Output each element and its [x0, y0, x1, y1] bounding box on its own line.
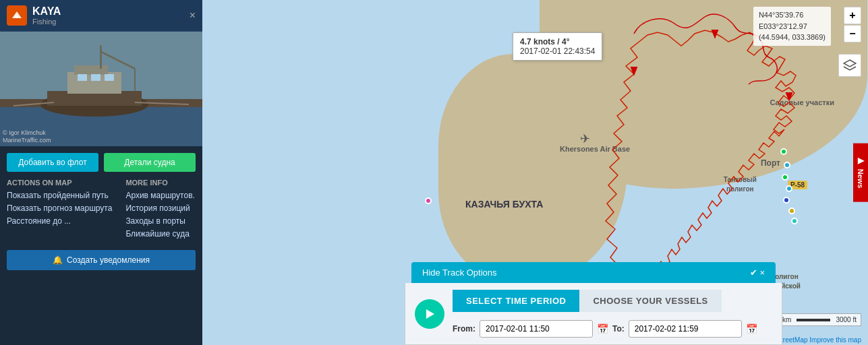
header-title-group: KAYA Fishing — [7, 5, 61, 26]
tab-and-period: SELECT TIME PERIOD CHOOSE YOUR VESSELS F… — [453, 290, 772, 338]
more-info-col: MORE INFO Архив маршрутов. История позиц… — [125, 179, 194, 242]
airport-icon: ✈ — [580, 131, 590, 146]
vessel-dot-yellow — [788, 208, 795, 214]
svg-rect-0 — [16, 15, 18, 18]
coordinates-display: N44°35'39.76 E033°23'12.97 (44.5944, 033… — [753, 7, 831, 46]
actions-on-map-col: ACTIONS ON MAP Показать пройденный путь … — [7, 179, 112, 242]
map[interactable]: ✈ Khersones Air Base КАЗАЧЬЯ БУХТА Порт … — [202, 0, 868, 345]
map-layers-button[interactable] — [838, 54, 861, 77]
action-buttons: Добавить во флот Детали судна — [0, 146, 202, 179]
svg-marker-20 — [426, 309, 434, 319]
play-button[interactable] — [415, 299, 444, 329]
svg-rect-10 — [105, 74, 114, 81]
from-date-input[interactable] — [480, 320, 593, 338]
zoom-controls: + − — [844, 7, 861, 42]
to-date-input[interactable] — [629, 320, 742, 338]
select-time-period-tab[interactable]: SELECT TIME PERIOD — [453, 290, 579, 312]
title-text: KAYA Fishing — [32, 5, 61, 26]
choose-vessels-tab[interactable]: CHOOSE YOUR VESSELS — [579, 290, 721, 312]
to-calendar-icon[interactable]: 📅 — [746, 323, 757, 334]
port-calls-link[interactable]: Заходы в порты — [125, 216, 194, 226]
show-forecast-link[interactable]: Показать прогноз маршрута — [7, 203, 112, 213]
ship-type: Fishing — [32, 18, 61, 26]
vessel-dot-navy — [783, 197, 790, 203]
actions-section: ACTIONS ON MAP Показать пройденный путь … — [0, 179, 202, 247]
map-tooltip: 4.7 knots / 4° 2017-02-01 22:43:54 — [513, 32, 602, 61]
tooltip-speed: 4.7 knots / 4° — [520, 37, 595, 46]
bottom-panel: Hide Track Options ✔ × SELECT TIME PERIO… — [405, 262, 782, 345]
distance-link[interactable]: Расстояние до ... — [7, 216, 112, 226]
track-options-panel: SELECT TIME PERIOD CHOOSE YOUR VESSELS F… — [405, 283, 782, 345]
checkmark-icon: ✔ × — [750, 268, 765, 278]
vessel-dot-green2 — [782, 174, 788, 181]
to-label: To: — [612, 324, 625, 334]
svg-rect-8 — [78, 74, 87, 81]
add-to-fleet-button[interactable]: Добавить во флот — [7, 153, 98, 172]
ship-icon — [7, 5, 27, 26]
tab-buttons: SELECT TIME PERIOD CHOOSE YOUR VESSELS — [453, 290, 772, 312]
from-label: From: — [453, 324, 475, 334]
close-button[interactable]: × — [190, 9, 196, 22]
zoom-in-button[interactable]: + — [844, 7, 861, 24]
zoom-out-button[interactable]: − — [844, 25, 861, 42]
ship-details-button[interactable]: Детали судна — [104, 153, 196, 172]
image-credit: © Igor Klimchuk MarineTraffic.com — [3, 129, 51, 145]
position-history-link[interactable]: История позиций — [125, 203, 194, 213]
ship-image: © Igor Klimchuk MarineTraffic.com — [0, 32, 202, 146]
bell-icon: 🔔 — [53, 255, 63, 265]
svg-rect-9 — [91, 74, 100, 81]
map-land-main — [438, 54, 627, 283]
vessel-dot-teal — [791, 218, 798, 224]
show-track-link[interactable]: Показать пройденный путь — [7, 191, 112, 200]
scale-bar: 1 km 3000 ft — [772, 313, 861, 326]
nearby-vessels-link[interactable]: Ближайшие суда — [125, 229, 194, 239]
more-info-heading: MORE INFO — [125, 179, 194, 187]
vessel-dot-blue1 — [784, 162, 790, 168]
improve-link[interactable]: Improve this map — [809, 336, 861, 344]
actions-on-map-heading: ACTIONS ON MAP — [7, 179, 112, 187]
sidebar: KAYA Fishing × — [0, 0, 202, 345]
period-inputs: From: 📅 To: 📅 — [453, 320, 772, 338]
sidebar-header: KAYA Fishing × — [0, 0, 202, 32]
hide-track-options-button[interactable]: Hide Track Options ✔ × — [411, 262, 776, 283]
tooltip-time: 2017-02-01 22:43:54 — [520, 46, 595, 56]
vessel-dot-blue2 — [786, 185, 792, 192]
from-calendar-icon[interactable]: 📅 — [597, 323, 608, 334]
vessel-dot-green1 — [780, 148, 787, 155]
news-tab[interactable]: ◀ News — [853, 144, 868, 202]
vessel-dot-pink — [425, 197, 432, 204]
route-archive-link[interactable]: Архив маршрутов. — [125, 191, 194, 200]
ship-name: KAYA — [32, 5, 61, 17]
svg-rect-11 — [100, 45, 102, 69]
create-notification-button[interactable]: 🔔 Создать уведомления — [7, 250, 196, 270]
svg-rect-7 — [74, 65, 108, 75]
